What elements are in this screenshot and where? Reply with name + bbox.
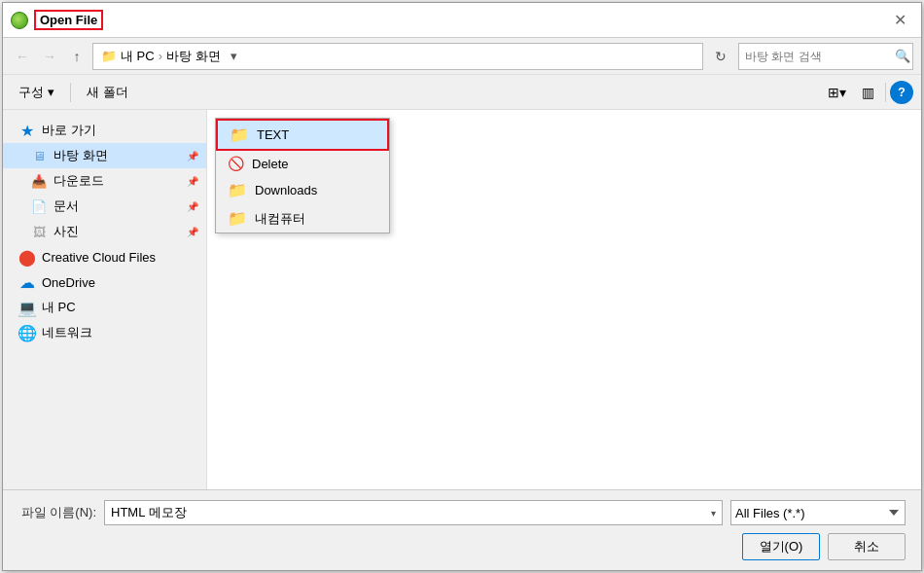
text-folder-icon: 📁: [230, 125, 249, 144]
filename-combo[interactable]: ▾: [104, 500, 723, 525]
up-button[interactable]: ↑: [65, 45, 89, 68]
dialog-title: Open File: [34, 10, 103, 30]
organize-label: 구성: [18, 84, 44, 101]
sidebar-item-photos-label: 사진: [53, 223, 79, 240]
pane-icon: ▥: [862, 85, 874, 100]
open-file-dialog: Open File ✕ ← → ↑ 📁 내 PC › 바탕 화면 ▾ ↻ 🔍 구…: [2, 2, 922, 571]
new-folder-button[interactable]: 새 폴더: [79, 81, 136, 104]
sidebar: ★ 바로 가기 🖥 바탕 화면 📌 📥 다운로드 📌 📄 문서 📌: [3, 110, 207, 489]
view-toggle-button[interactable]: ⊞▾: [823, 79, 850, 106]
sidebar-item-mypc[interactable]: 💻 내 PC: [3, 295, 206, 320]
desktop-icon: 🖥: [30, 147, 48, 164]
organize-arrow: ▾: [48, 85, 54, 99]
refresh-button[interactable]: ↻: [707, 43, 734, 70]
sidebar-item-documents[interactable]: 📄 문서 📌: [3, 194, 206, 219]
creative-cloud-icon: ⬤: [18, 248, 36, 266]
sidebar-item-mypc-label: 내 PC: [42, 299, 76, 316]
sidebar-item-downloads-label: 다운로드: [53, 172, 104, 190]
context-menu-mycomputer-label: 내컴퓨터: [255, 210, 305, 228]
downloads-folder-icon: 📁: [228, 181, 247, 199]
photos-pin-icon: 📌: [187, 227, 198, 237]
search-icon: 🔍: [895, 49, 910, 63]
titlebar: Open File ✕: [3, 3, 921, 38]
cancel-button[interactable]: 취소: [828, 533, 906, 560]
sidebar-item-desktop-label: 바탕 화면: [53, 147, 108, 164]
star-icon: ★: [18, 122, 36, 139]
new-folder-label: 새 폴더: [87, 84, 128, 101]
documents-folder-icon: 📄: [30, 197, 48, 215]
context-menu-item-mycomputer[interactable]: 📁 내컴퓨터: [216, 204, 389, 233]
sidebar-item-network[interactable]: 🌐 네트워크: [3, 320, 206, 345]
organize-button[interactable]: 구성 ▾: [11, 81, 62, 104]
sidebar-item-creative-cloud-label: Creative Cloud Files: [42, 250, 156, 265]
toolbar: 구성 ▾ 새 폴더 ⊞▾ ▥ ?: [3, 75, 921, 110]
forward-button[interactable]: →: [38, 45, 61, 68]
context-menu-item-delete[interactable]: 🚫 Delete: [216, 151, 389, 176]
download-folder-icon: 📥: [30, 172, 48, 190]
sidebar-item-quickaccess[interactable]: ★ 바로 가기: [3, 118, 206, 143]
file-area[interactable]: 📁 TEXT 🚫 Delete 📁 Downloads 📁 내컴퓨터: [207, 110, 921, 489]
breadcrumb-folder-icon: 📁: [101, 49, 117, 63]
app-icon: [11, 12, 28, 29]
sidebar-item-desktop[interactable]: 🖥 바탕 화면 📌: [3, 143, 206, 168]
bottombar: 파일 이름(N): ▾ All Files (*.*) HTML Files (…: [3, 489, 921, 570]
pane-toggle-button[interactable]: ▥: [854, 79, 881, 106]
filename-input[interactable]: [111, 506, 711, 520]
network-icon: 🌐: [18, 324, 36, 341]
filetype-select[interactable]: All Files (*.*) HTML Files (*.html) Text…: [730, 500, 906, 525]
context-menu-item-downloads[interactable]: 📁 Downloads: [216, 176, 389, 204]
context-menu-item-text[interactable]: 📁 TEXT: [216, 119, 389, 151]
breadcrumb: 내 PC › 바탕 화면: [121, 48, 221, 65]
titlebar-left: Open File: [11, 10, 103, 30]
sidebar-item-documents-label: 문서: [53, 197, 79, 215]
search-box[interactable]: 🔍: [738, 43, 913, 70]
context-menu-downloads-label: Downloads: [255, 183, 317, 197]
sidebar-item-downloads[interactable]: 📥 다운로드 📌: [3, 168, 206, 194]
filename-label: 파일 이름(N):: [18, 504, 96, 521]
context-menu-delete-label: Delete: [252, 157, 289, 171]
mycomputer-folder-icon: 📁: [228, 209, 247, 228]
main-area: ★ 바로 가기 🖥 바탕 화면 📌 📥 다운로드 📌 📄 문서 📌: [3, 110, 921, 489]
back-button[interactable]: ←: [11, 45, 34, 68]
sidebar-item-onedrive[interactable]: ☁ OneDrive: [3, 269, 206, 295]
sidebar-item-onedrive-label: OneDrive: [42, 275, 95, 290]
address-dropdown-button[interactable]: ▾: [225, 47, 244, 66]
onedrive-icon: ☁: [18, 273, 36, 291]
downloads-pin-icon: 📌: [187, 176, 198, 187]
view-icon: ⊞▾: [828, 85, 846, 100]
documents-pin-icon: 📌: [187, 201, 198, 212]
open-button[interactable]: 열기(O): [742, 533, 820, 560]
sidebar-item-quickaccess-label: 바로 가기: [42, 122, 96, 139]
close-button[interactable]: ✕: [886, 7, 913, 34]
search-input[interactable]: [745, 50, 891, 63]
address-box[interactable]: 📁 내 PC › 바탕 화면 ▾: [92, 43, 703, 70]
breadcrumb-desktop: 바탕 화면: [166, 48, 221, 65]
sidebar-item-photos[interactable]: 🖼 사진 📌: [3, 219, 206, 244]
delete-icon: 🚫: [228, 156, 244, 171]
context-menu: 📁 TEXT 🚫 Delete 📁 Downloads 📁 내컴퓨터: [215, 118, 390, 233]
toolbar-separator-2: [885, 83, 886, 102]
toolbar-separator: [70, 83, 71, 102]
toolbar-right: ⊞▾ ▥ ?: [823, 79, 913, 106]
sidebar-item-creative-cloud[interactable]: ⬤ Creative Cloud Files: [3, 244, 206, 269]
filename-row: 파일 이름(N): ▾ All Files (*.*) HTML Files (…: [18, 500, 906, 525]
addressbar: ← → ↑ 📁 내 PC › 바탕 화면 ▾ ↻ 🔍: [3, 38, 921, 75]
breadcrumb-pc: 내 PC: [121, 48, 155, 65]
sidebar-item-network-label: 네트워크: [42, 324, 92, 341]
mypc-icon: 💻: [18, 299, 36, 316]
filename-combo-arrow: ▾: [711, 508, 716, 519]
button-row: 열기(O) 취소: [18, 533, 906, 560]
context-menu-text-label: TEXT: [257, 127, 289, 142]
photos-folder-icon: 🖼: [30, 223, 48, 240]
desktop-pin-icon: 📌: [187, 151, 198, 161]
help-button[interactable]: ?: [890, 81, 913, 104]
